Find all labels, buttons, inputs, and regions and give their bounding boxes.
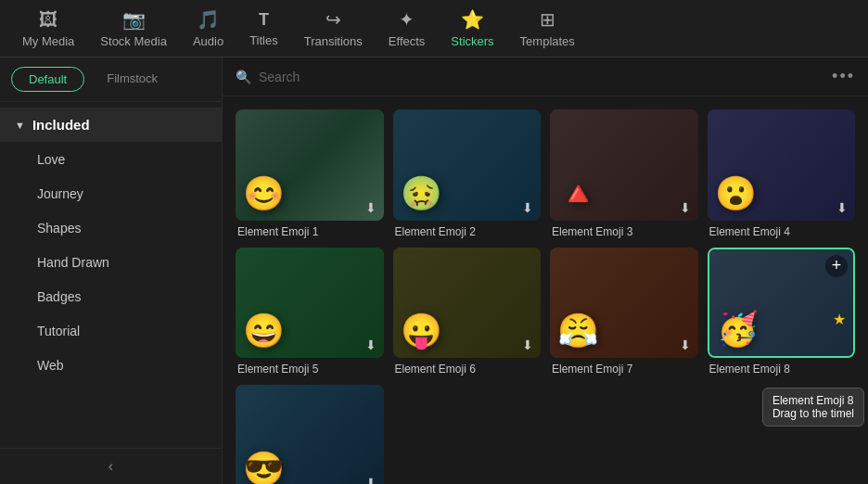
collapse-icon: ‹ [108, 458, 113, 475]
nav-audio[interactable]: 🎵 Audio [180, 1, 236, 56]
sticker-label-7: Element Emoji 7 [550, 363, 632, 376]
content-area: 🔍 ••• 😊 ⬇ Element Emoji 1 🤢 [223, 57, 868, 484]
download-icon-6: ⬇ [522, 338, 533, 352]
nav-stickers-label: Stickers [451, 34, 493, 48]
nav-stock-media[interactable]: 📷 Stock Media [87, 1, 180, 56]
stock-media-icon: 📷 [122, 8, 146, 31]
sticker-bg-9: 😎 ⬇ [236, 385, 384, 484]
sticker-emoji-9: 😎 [243, 450, 285, 484]
sidebar-item-journey[interactable]: Journey [7, 177, 214, 210]
download-icon-9: ⬇ [365, 476, 377, 484]
star-icon-8: ★ [833, 311, 846, 328]
sticker-label-6: Element Emoji 6 [393, 363, 476, 376]
sidebar-collapse-button[interactable]: ‹ [0, 448, 222, 484]
sidebar: Default Filmstock ▼ Included Love Journe… [0, 57, 223, 484]
sticker-thumb-6: 😛 ⬇ [393, 248, 542, 359]
my-media-icon: 🖼 [39, 9, 57, 31]
stickers-icon: ⭐ [461, 8, 484, 31]
sticker-thumb-7: 😤 ⬇ [550, 248, 698, 359]
sidebar-tabs: Default Filmstock [0, 57, 222, 102]
sidebar-item-love[interactable]: Love [7, 143, 214, 176]
sticker-bg-8: 🥳 ★ + [709, 249, 854, 357]
sticker-card-1[interactable]: 😊 ⬇ Element Emoji 1 [236, 109, 384, 238]
nav-effects-label: Effects [389, 34, 426, 48]
audio-icon: 🎵 [197, 8, 220, 31]
nav-transitions-label: Transitions [304, 34, 363, 48]
sticker-thumb-5: 😄 ⬇ [236, 248, 384, 359]
sticker-emoji-8: 🥳 [717, 310, 759, 349]
sidebar-item-shapes[interactable]: Shapes [7, 211, 214, 245]
effects-icon: ✦ [399, 8, 415, 31]
sidebar-item-badges[interactable]: Badges [7, 280, 214, 313]
sticker-bg-4: 😮 ⬇ [708, 109, 856, 221]
nav-titles-label: Titles [249, 33, 278, 47]
sticker-bg-6: 😛 ⬇ [393, 248, 542, 359]
sidebar-item-tutorial[interactable]: Tutorial [7, 314, 214, 348]
nav-my-media-label: My Media [22, 34, 74, 48]
sticker-label-5: Element Emoji 5 [236, 363, 318, 376]
sticker-card-6[interactable]: 😛 ⬇ Element Emoji 6 [393, 248, 542, 376]
sticker-card-8[interactable]: 🥳 ★ + Element Emoji 8 [708, 248, 856, 376]
category-label: Included [32, 117, 90, 133]
sticker-bg-7: 😤 ⬇ [550, 248, 698, 359]
sticker-card-7[interactable]: 😤 ⬇ Element Emoji 7 [550, 248, 698, 376]
nav-transitions[interactable]: ↪ Transitions [291, 1, 376, 56]
download-icon-3: ⬇ [680, 200, 691, 215]
sticker-card-4[interactable]: 😮 ⬇ Element Emoji 4 [708, 109, 856, 238]
more-options-button[interactable]: ••• [832, 67, 855, 86]
search-icon: 🔍 [236, 70, 251, 84]
sticker-thumb-1: 😊 ⬇ [236, 109, 384, 221]
nav-my-media[interactable]: 🖼 My Media [9, 2, 87, 56]
sticker-card-wrapper-8: 🥳 ★ + Element Emoji 8 Element Emoji 8 Dr… [708, 248, 856, 376]
download-icon-4: ⬇ [836, 200, 848, 215]
sticker-thumb-3: 🔺 ⬇ [550, 109, 698, 221]
download-icon-7: ⬇ [680, 338, 691, 352]
tooltip-line1: Element Emoji 8 [772, 394, 854, 407]
sticker-bg-2: 🤢 ⬇ [393, 109, 542, 221]
sticker-label-3: Element Emoji 3 [550, 225, 632, 238]
nav-titles[interactable]: T Titles [236, 3, 291, 55]
add-icon-8[interactable]: + [825, 255, 848, 277]
sticker-grid: 😊 ⬇ Element Emoji 1 🤢 ⬇ Element Emoji 2 [223, 96, 868, 484]
main-layout: Default Filmstock ▼ Included Love Journe… [0, 57, 868, 484]
tooltip-8: Element Emoji 8 Drag to the timel [762, 388, 864, 427]
sticker-card-5[interactable]: 😄 ⬇ Element Emoji 5 [236, 248, 384, 376]
nav-effects[interactable]: ✦ Effects [376, 1, 439, 56]
search-input[interactable] [259, 70, 824, 84]
nav-templates[interactable]: ⊞ Templates [507, 1, 588, 56]
sticker-card-3[interactable]: 🔺 ⬇ Element Emoji 3 [550, 109, 698, 238]
sidebar-tab-filmstock[interactable]: Filmstock [90, 67, 174, 92]
sticker-card-2[interactable]: 🤢 ⬇ Element Emoji 2 [393, 109, 542, 238]
sticker-emoji-2: 🤢 [401, 174, 442, 213]
nav-audio-label: Audio [193, 34, 223, 48]
sticker-emoji-6: 😛 [401, 312, 442, 350]
sticker-bg-3: 🔺 ⬇ [550, 109, 698, 221]
titles-icon: T [259, 10, 269, 30]
category-arrow: ▼ [15, 120, 25, 131]
sticker-thumb-8: 🥳 ★ + [708, 248, 856, 359]
sticker-bg-5: 😄 ⬇ [236, 248, 384, 359]
transitions-icon: ↪ [326, 8, 341, 31]
top-nav: 🖼 My Media 📷 Stock Media 🎵 Audio T Title… [0, 0, 868, 57]
sticker-thumb-9: 😎 ⬇ [236, 385, 384, 484]
sidebar-tab-default[interactable]: Default [11, 67, 84, 92]
sticker-label-1: Element Emoji 1 [236, 225, 318, 238]
sidebar-category-included[interactable]: ▼ Included [0, 108, 222, 142]
sidebar-list: ▼ Included Love Journey Shapes Hand Draw… [0, 102, 222, 448]
sticker-label-2: Element Emoji 2 [393, 225, 476, 238]
sticker-thumb-4: 😮 ⬇ [708, 109, 856, 221]
sticker-emoji-3: 🔺 [557, 174, 599, 213]
download-icon-5: ⬇ [365, 338, 377, 352]
download-icon-1: ⬇ [365, 200, 377, 215]
sticker-card-9[interactable]: 😎 ⬇ Element Emoji 9 [236, 385, 384, 484]
sticker-emoji-5: 😄 [243, 312, 285, 350]
sticker-bg-1: 😊 ⬇ [236, 109, 384, 221]
sticker-thumb-2: 🤢 ⬇ [393, 109, 542, 221]
sidebar-item-hand-drawn[interactable]: Hand Drawn [7, 246, 214, 279]
nav-stickers[interactable]: ⭐ Stickers [438, 1, 506, 56]
sticker-emoji-1: 😊 [243, 174, 285, 213]
sticker-label-4: Element Emoji 4 [708, 225, 790, 238]
sticker-label-8: Element Emoji 8 [708, 363, 790, 376]
nav-stock-media-label: Stock Media [100, 34, 167, 48]
sidebar-item-web[interactable]: Web [7, 349, 214, 382]
